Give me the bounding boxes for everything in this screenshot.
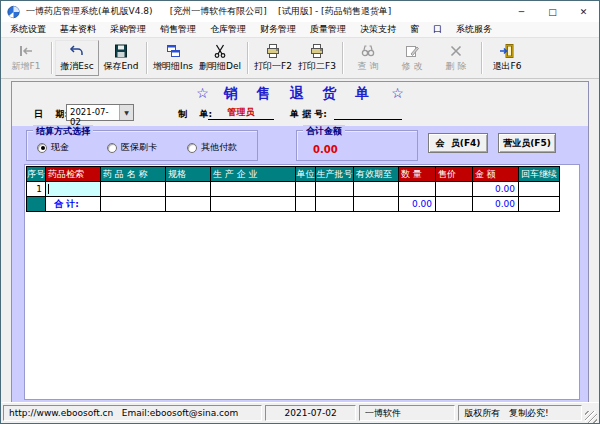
undo-icon [69,43,85,59]
text-caret [48,184,49,194]
menu-window[interactable]: 窗 [403,23,426,36]
drug-name-cell[interactable] [101,182,166,197]
menu-system-service[interactable]: 系统服务 [449,23,499,36]
menu-base-data[interactable]: 基本资料 [53,23,103,36]
exit-door-icon [499,43,515,59]
radio-other-label: 其他付款 [201,141,237,154]
total-amount-label: 合计金额 [303,125,345,138]
clerk-button[interactable]: 营业员(F5) [498,133,556,153]
row1-index: 1 [27,182,46,197]
header-index: 序号 [27,167,46,182]
menu-sales[interactable]: 销售管理 [153,23,203,36]
menu-window-box[interactable]: 口 [426,23,449,36]
add-detail-button[interactable]: 增明细Ins [150,40,196,76]
add-detail-icon [165,43,181,59]
toolbar: 新增F1 撤消Esc 保存End 增明 [1,38,599,79]
menu-system-settings[interactable]: 系统设置 [3,23,53,36]
receipt-no-label: 单 据 号: [290,108,327,121]
menu-decision[interactable]: 决策支持 [353,23,403,36]
radio-insurance-label: 医保刷卡 [121,141,157,154]
toolbar-separator [247,42,248,74]
member-button[interactable]: 会 员(F4) [428,133,488,153]
new-icon [18,43,34,59]
header-unit: 单位 [296,167,316,182]
total-quantity: 0.00 [399,197,436,212]
header-spec: 规格 [166,167,211,182]
save-button[interactable]: 保存End [99,40,143,76]
resize-grip[interactable] [585,411,597,423]
form-title-text: 销 售 退 货 单 [224,85,377,101]
window-controls: ─ □ ✕ [506,1,599,22]
menu-quality[interactable]: 质量管理 [303,23,353,36]
manufacturer-cell[interactable] [211,182,296,197]
total-amount: 0.00 [473,197,519,212]
radio-selected-icon[interactable] [37,143,47,153]
print1-button[interactable]: 打印一F2 [251,40,295,76]
maximize-button[interactable]: □ [537,1,568,22]
status-website: http://www.eboosoft.cn Email:eboosoft@si… [3,405,262,421]
price-cell[interactable] [436,182,473,197]
toolbar-separator [342,42,343,74]
date-value: 2021-07-02 [67,105,119,120]
radio-other-payment[interactable]: 其他付款 [187,141,237,154]
enter-continue-cell [519,182,560,197]
spec-cell[interactable] [166,182,211,197]
delete-button: 删 除 [434,40,478,76]
star-icon: ☆ [391,85,404,101]
items-grid: 序号 药品检索 药 品 名 称 规格 生 产 企 业 单位 生产批号 有效期至 … [26,166,560,212]
radio-unselected-icon[interactable] [107,143,117,153]
status-date: 2021-07-02 [265,405,356,421]
search-button: 查 询 [346,40,390,76]
maker-value: 管理员 [208,106,274,120]
header-price: 售价 [436,167,473,182]
expiry-cell[interactable] [354,182,399,197]
modify-button: 修 改 [390,40,434,76]
radio-cash[interactable]: 现金 [37,141,69,154]
grid-area: 序号 药品检索 药 品 名 称 规格 生 产 企 业 单位 生产批号 有效期至 … [24,164,580,400]
menu-purchase[interactable]: 采购管理 [103,23,153,36]
toolbar-separator [51,42,52,74]
form-title: ☆ 销 售 退 货 单 ☆ [12,85,588,103]
print2-button[interactable]: 打印二F3 [295,40,339,76]
exit-button[interactable]: 退出F6 [485,40,529,76]
payment-section: 结算方式选择 现金 医保刷卡 其他付款 合计金额 0.00 会 员(F4) [12,126,588,164]
star-icon: ☆ [196,85,209,101]
total-row: 合 计: 0.00 0.00 [27,197,560,212]
unit-cell[interactable] [296,182,316,197]
menu-finance[interactable]: 财务管理 [253,23,303,36]
batch-no-cell[interactable] [316,182,354,197]
date-combobox[interactable]: 2021-07-02 ▼ [66,104,134,121]
close-button[interactable]: ✕ [568,1,599,22]
header-expiry: 有效期至 [354,167,399,182]
new-button: 新增F1 [4,40,48,76]
menu-warehouse[interactable]: 仓库管理 [203,23,253,36]
status-bar: http://www.eboosoft.cn Email:eboosoft@si… [1,402,599,423]
toolbar-separator [146,42,147,74]
header-drug-name: 药 品 名 称 [101,167,166,182]
minimize-button[interactable]: ─ [506,1,537,22]
scissors-icon [212,43,228,59]
title-bar: 一博药店管理系统(单机版V4.8) [兖州一博软件有限公司] [试用版] - [… [1,1,599,22]
payment-group-label: 结算方式选择 [33,125,93,138]
quantity-cell[interactable] [399,182,436,197]
save-icon [113,43,129,59]
form-header-section: ☆ 销 售 退 货 单 ☆ 日 期: 2021-07-02 ▼ 制 单: 管理员… [12,82,588,126]
printer-icon [309,43,325,59]
app-icon [7,4,20,20]
dropdown-arrow-icon[interactable]: ▼ [119,105,133,120]
delete-detail-button[interactable]: 删明细Del [196,40,244,76]
printer-icon [265,43,281,59]
total-row-label: 合 计: [46,197,101,212]
drug-search-cell[interactable] [46,182,101,197]
undo-button[interactable]: 撤消Esc [55,40,99,76]
edit-icon [404,43,420,59]
total-amount-groupbox: 合计金额 0.00 [296,130,418,161]
radio-unselected-icon[interactable] [187,143,197,153]
window-title: 一博药店管理系统(单机版V4.8) [兖州一博软件有限公司] [试用版] - [… [26,5,391,18]
payment-method-groupbox: 结算方式选择 现金 医保刷卡 其他付款 [26,130,258,161]
radio-cash-label: 现金 [51,141,69,154]
header-batch-no: 生产批号 [316,167,354,182]
radio-insurance-card[interactable]: 医保刷卡 [107,141,157,154]
grid-header-row: 序号 药品检索 药 品 名 称 规格 生 产 企 业 单位 生产批号 有效期至 … [27,167,560,182]
x-icon [448,43,464,59]
